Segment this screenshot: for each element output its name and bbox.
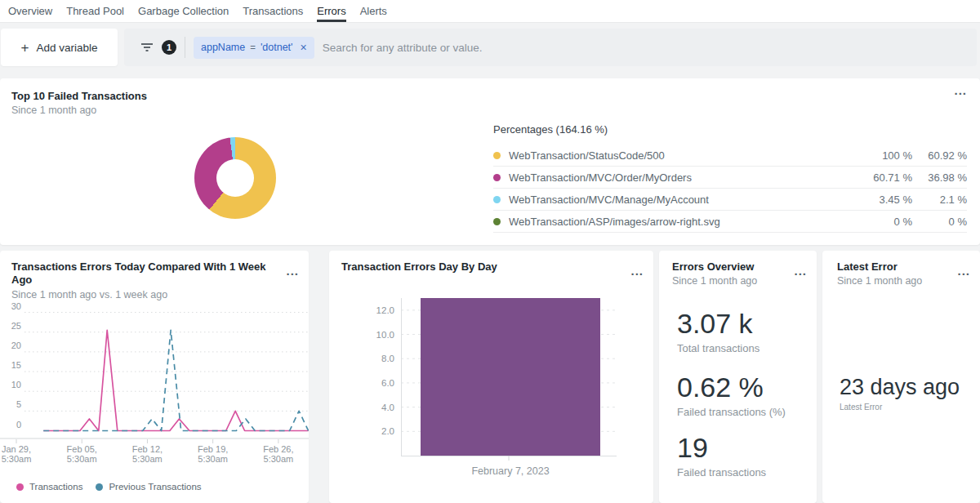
row-pct-of-max: 0 % [843, 216, 912, 228]
row-label: WebTransaction/MVC/Manage/MyAccount [509, 194, 843, 206]
chip-attribute: appName [201, 42, 245, 53]
svg-text:5:30am: 5:30am [2, 454, 32, 464]
svg-text:2.0: 2.0 [381, 426, 394, 436]
stat-total-transactions-label: Total transactions [677, 342, 760, 354]
panel-menu-icon[interactable]: ... [630, 264, 644, 278]
svg-text:5:30am: 5:30am [198, 454, 228, 464]
row-pct-of-max: 3.45 % [843, 194, 912, 206]
svg-text:10: 10 [11, 380, 21, 389]
panel-errors-overview: Errors Overview Since 1 month ago ... 3.… [659, 251, 817, 503]
add-variable-label: Add variable [36, 42, 97, 54]
svg-text:8.0: 8.0 [381, 354, 394, 363]
svg-text:12.0: 12.0 [376, 305, 394, 315]
row-label: WebTransaction/MVC/Order/MyOrders [509, 171, 843, 184]
svg-text:30: 30 [11, 301, 21, 311]
panel-menu-icon[interactable]: ... [794, 264, 807, 278]
row-pct-of-max: 60.71 % [843, 171, 912, 184]
plus-icon: + [21, 41, 29, 55]
bar-chart: 2.04.06.08.010.012.0February 7, 2023 [329, 251, 653, 503]
svg-text:Feb 26,: Feb 26, [263, 444, 293, 454]
panel-menu-icon[interactable]: ... [286, 264, 299, 278]
legend-item-previous-transactions[interactable]: Previous Transactions [96, 482, 201, 492]
panel-header: Transaction Errors Day By Day [341, 260, 629, 274]
legend-label: Previous Transactions [109, 482, 201, 492]
series-dot-icon [493, 152, 501, 159]
stat-failed-pct-label: Failed transactions (%) [677, 406, 786, 418]
tab-errors[interactable]: Errors [317, 0, 345, 22]
legend-header: Percentages (164.16 %) [493, 123, 967, 136]
stat-failed-count-label: Failed transactions [677, 466, 766, 479]
svg-text:Feb 19,: Feb 19, [198, 444, 228, 454]
panel-subtitle: Since 1 month ago vs. 1 week ago [11, 289, 284, 300]
series-dot-icon [493, 218, 501, 225]
svg-text:0: 0 [16, 420, 21, 430]
svg-text:6.0: 6.0 [381, 378, 394, 388]
top-nav: Overview Thread Pool Garbage Collection … [0, 0, 980, 23]
svg-text:5: 5 [16, 399, 21, 409]
series-dot-icon [96, 483, 103, 491]
panel-subtitle: Since 1 month ago [11, 105, 956, 116]
line-chart-legend: Transactions Previous Transactions [16, 482, 202, 492]
panel-latest-error: Latest Error Since 1 month ago ... 23 da… [822, 251, 980, 503]
row-label: WebTransaction/ASP/images/arrow-right.sv… [509, 216, 843, 228]
tab-transactions[interactable]: Transactions [243, 0, 303, 22]
panel-header: Transactions Errors Today Compared With … [11, 260, 284, 300]
panel-transactions-errors-compare: Transactions Errors Today Compared With … [0, 251, 309, 503]
tab-garbage-collection[interactable]: Garbage Collection [138, 0, 229, 22]
panel-title: Transactions Errors Today Compared With … [11, 260, 284, 287]
svg-text:5:30am: 5:30am [67, 454, 97, 464]
filter-bar[interactable]: 1 appName = 'dotnet' × [124, 29, 977, 66]
series-dot-icon [493, 174, 501, 181]
legend-item-transactions[interactable]: Transactions [16, 482, 82, 492]
svg-text:4.0: 4.0 [381, 403, 394, 412]
tab-thread-pool[interactable]: Thread Pool [66, 0, 124, 22]
row-pct: 0 % [912, 216, 967, 228]
row-pct: 36.98 % [912, 171, 967, 184]
panel-subtitle: Since 1 month ago [672, 275, 792, 287]
svg-text:February 7, 2023: February 7, 2023 [471, 465, 549, 477]
add-variable-button[interactable]: + Add variable [1, 29, 118, 66]
chip-remove-icon[interactable]: × [300, 41, 306, 54]
row-pct-of-max: 100 % [843, 149, 912, 162]
chip-value: 'dotnet' [261, 42, 293, 53]
svg-text:Feb 12,: Feb 12, [132, 444, 163, 454]
tab-overview[interactable]: Overview [8, 0, 52, 22]
panel-header: Top 10 Failed Transactions Since 1 month… [11, 90, 956, 116]
tab-alerts[interactable]: Alerts [360, 0, 387, 22]
svg-text:Feb 05,: Feb 05, [67, 444, 97, 454]
divider [185, 37, 185, 58]
panel-title: Errors Overview [672, 260, 792, 274]
search-input[interactable] [323, 42, 967, 54]
stat-total-transactions-value: 3.07 k [677, 309, 753, 337]
donut-hole [216, 159, 254, 197]
svg-text:25: 25 [11, 321, 21, 331]
svg-text:5:30am: 5:30am [264, 454, 294, 464]
svg-text:5:30am: 5:30am [132, 454, 163, 464]
row-pct: 60.92 % [912, 149, 967, 162]
table-row[interactable]: WebTransaction/MVC/Order/MyOrders 60.71 … [493, 167, 967, 189]
panel-transaction-errors-day-by-day: Transaction Errors Day By Day ... 2.04.0… [329, 251, 653, 503]
panel-title: Latest Error [837, 260, 956, 274]
series-dot-icon [16, 483, 24, 491]
panel-title: Transaction Errors Day By Day [341, 260, 629, 274]
latest-error-value: 23 days ago [840, 375, 960, 400]
panel-menu-icon[interactable]: ... [957, 264, 970, 278]
panel-top10-failed-transactions: Top 10 Failed Transactions Since 1 month… [0, 78, 980, 245]
latest-error-label: Latest Error [840, 403, 882, 412]
table-row[interactable]: WebTransaction/StatusCode/500 100 % 60.9… [493, 145, 967, 167]
table-row[interactable]: WebTransaction/MVC/Manage/MyAccount 3.45… [493, 189, 967, 211]
panel-header: Errors Overview Since 1 month ago [672, 260, 792, 287]
row-label: WebTransaction/StatusCode/500 [509, 149, 843, 162]
donut-chart[interactable] [194, 137, 276, 219]
panel-menu-icon[interactable]: ... [954, 83, 967, 97]
filter-chip-appname[interactable]: appName = 'dotnet' × [194, 37, 314, 59]
stat-failed-pct-value: 0.62 % [677, 373, 764, 401]
row-pct: 2.1 % [912, 194, 967, 206]
svg-text:15: 15 [11, 360, 21, 370]
donut-legend-table: Percentages (164.16 %) WebTransaction/St… [493, 123, 967, 233]
series-dot-icon [493, 196, 501, 203]
svg-text:Jan 29,: Jan 29, [2, 444, 31, 454]
panel-header: Latest Error Since 1 month ago [837, 260, 956, 287]
filter-count-badge: 1 [162, 40, 176, 55]
table-row[interactable]: WebTransaction/ASP/images/arrow-right.sv… [493, 211, 967, 233]
